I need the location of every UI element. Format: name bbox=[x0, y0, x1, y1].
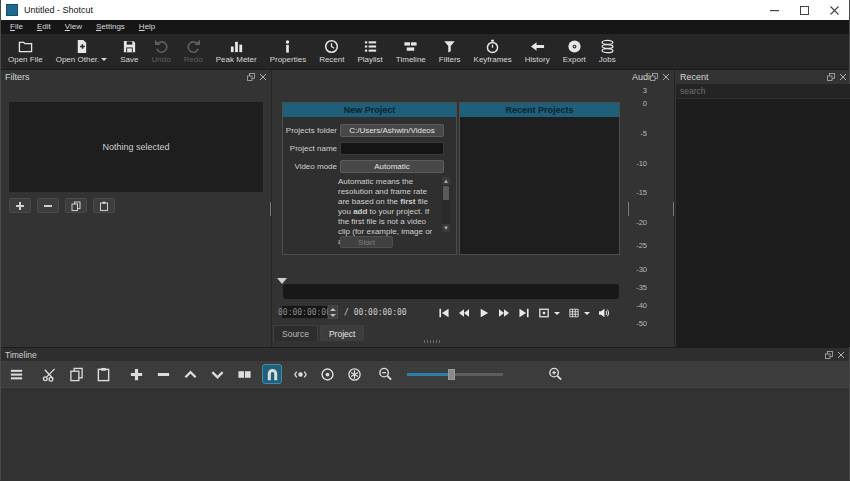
lift-button[interactable] bbox=[181, 364, 199, 384]
recent-button[interactable]: Recent bbox=[316, 38, 347, 65]
timeline-tracks-area[interactable] bbox=[1, 387, 849, 481]
hamburger-menu-icon bbox=[9, 367, 24, 382]
seek-bar[interactable] bbox=[283, 284, 619, 299]
projects-folder-button[interactable]: C:/Users/Ashwin/Videos bbox=[340, 124, 444, 137]
peak-meter-button[interactable]: Peak Meter bbox=[213, 38, 260, 65]
skip-previous-button[interactable] bbox=[438, 308, 450, 318]
properties-button[interactable]: Properties bbox=[267, 38, 309, 65]
magnet-icon bbox=[265, 367, 280, 382]
menu-view[interactable]: View bbox=[58, 20, 89, 34]
split-clip-icon bbox=[237, 367, 252, 382]
list-icon bbox=[363, 39, 378, 54]
timeline-icon bbox=[403, 39, 418, 54]
timeline-button[interactable]: Timeline bbox=[393, 38, 429, 65]
menu-help[interactable]: Help bbox=[132, 20, 162, 34]
tab-source[interactable]: Source bbox=[273, 325, 318, 341]
horizontal-splitter-grip[interactable] bbox=[424, 340, 440, 343]
paste-icon bbox=[99, 201, 109, 211]
scroll-down-icon[interactable]: ▼ bbox=[442, 224, 450, 232]
audio-scale-label: -25 bbox=[636, 241, 647, 250]
cut-button[interactable] bbox=[40, 364, 58, 384]
zoom-fit-icon bbox=[538, 308, 550, 318]
video-mode-button[interactable]: Automatic bbox=[340, 160, 444, 173]
menu-edit[interactable]: Edit bbox=[30, 20, 58, 34]
append-button[interactable] bbox=[127, 364, 145, 384]
current-position-field[interactable]: 00:00:00:00 bbox=[281, 305, 328, 319]
menu-bar: FileEditViewSettingsHelp bbox=[1, 20, 849, 34]
play-button[interactable] bbox=[478, 308, 490, 318]
close-panel-icon[interactable] bbox=[839, 73, 847, 81]
float-panel-icon[interactable] bbox=[247, 73, 255, 81]
window-controls bbox=[759, 0, 849, 20]
add-filter-button[interactable] bbox=[9, 198, 31, 213]
keyframes-button[interactable]: Keyframes bbox=[471, 38, 515, 65]
float-panel-icon[interactable] bbox=[827, 73, 835, 81]
copy-filters-button[interactable] bbox=[65, 198, 87, 213]
zoom-fit-button[interactable] bbox=[538, 308, 560, 318]
remove-filter-button[interactable] bbox=[37, 198, 59, 213]
dropdown-caret-icon bbox=[584, 312, 590, 315]
paste-button[interactable] bbox=[94, 364, 112, 384]
float-panel-icon[interactable] bbox=[650, 73, 658, 81]
zoom-out-button[interactable] bbox=[376, 364, 394, 384]
menu-settings[interactable]: Settings bbox=[89, 20, 132, 34]
filters-button[interactable]: Filters bbox=[436, 38, 464, 65]
close-panel-icon[interactable] bbox=[837, 351, 845, 359]
timeline-menu-button[interactable] bbox=[7, 364, 25, 384]
splitter-grip[interactable] bbox=[270, 202, 271, 216]
ripple-delete-button[interactable] bbox=[154, 364, 172, 384]
recent-search-input[interactable] bbox=[676, 84, 850, 99]
volume-button[interactable] bbox=[598, 308, 610, 318]
scrub-while-dragging-button[interactable] bbox=[291, 364, 309, 384]
playlist-button[interactable]: Playlist bbox=[355, 38, 386, 65]
snap-toggle-button[interactable] bbox=[262, 364, 282, 384]
close-button[interactable] bbox=[819, 0, 849, 20]
start-button[interactable]: Start bbox=[340, 236, 393, 248]
open-file-button[interactable]: Open File bbox=[5, 38, 46, 65]
split-button[interactable] bbox=[235, 364, 253, 384]
zoom-slider-handle[interactable] bbox=[448, 369, 455, 380]
skip-next-button[interactable] bbox=[518, 308, 530, 318]
audio-scale-label: -10 bbox=[636, 159, 647, 168]
splitter-grip[interactable] bbox=[673, 202, 674, 216]
timeline-zoom-slider[interactable] bbox=[407, 368, 503, 380]
recent-panel: Recent bbox=[676, 70, 850, 347]
history-button[interactable]: History bbox=[522, 38, 553, 65]
zoom-in-button[interactable] bbox=[546, 364, 564, 384]
description-scrollbar[interactable]: ▲ ▼ bbox=[442, 177, 450, 232]
grid-button[interactable] bbox=[568, 308, 590, 318]
copy-button[interactable] bbox=[67, 364, 85, 384]
save-button[interactable]: Save bbox=[117, 38, 141, 65]
filters-actions bbox=[9, 198, 115, 213]
position-spinner[interactable] bbox=[328, 305, 338, 319]
scissors-icon bbox=[42, 367, 57, 382]
project-name-input[interactable] bbox=[340, 142, 444, 155]
recent-panel-title: Recent bbox=[680, 72, 827, 82]
main-toolbar: Open File Open Other. Save Undo Redo Pea… bbox=[1, 34, 849, 70]
rewind-button[interactable] bbox=[458, 308, 470, 318]
recent-files-list[interactable] bbox=[676, 99, 850, 347]
close-panel-icon[interactable] bbox=[662, 73, 670, 81]
fast-forward-button[interactable] bbox=[498, 308, 510, 318]
funnel-icon bbox=[442, 39, 457, 54]
overwrite-button[interactable] bbox=[208, 364, 226, 384]
open-other-button[interactable]: Open Other. bbox=[53, 38, 111, 65]
ripple-toggle-button[interactable] bbox=[318, 364, 336, 384]
tab-project[interactable]: Project bbox=[320, 325, 364, 341]
undo-button[interactable]: Undo bbox=[149, 38, 174, 65]
scroll-thumb[interactable] bbox=[443, 186, 449, 200]
float-panel-icon[interactable] bbox=[825, 351, 833, 359]
jobs-button[interactable]: Jobs bbox=[596, 38, 619, 65]
scroll-up-icon[interactable]: ▲ bbox=[442, 177, 450, 185]
splitter-grip[interactable] bbox=[628, 202, 629, 216]
export-button[interactable]: Export bbox=[560, 38, 589, 65]
paste-filters-button[interactable] bbox=[93, 198, 115, 213]
maximize-button[interactable] bbox=[789, 0, 819, 20]
close-panel-icon[interactable] bbox=[259, 73, 267, 81]
menu-file[interactable]: File bbox=[3, 20, 30, 34]
redo-button[interactable]: Redo bbox=[181, 38, 206, 65]
ripple-all-icon bbox=[347, 367, 362, 382]
recent-projects-header: Recent Projects bbox=[460, 103, 619, 117]
minimize-button[interactable] bbox=[759, 0, 789, 20]
ripple-all-tracks-button[interactable] bbox=[345, 364, 363, 384]
